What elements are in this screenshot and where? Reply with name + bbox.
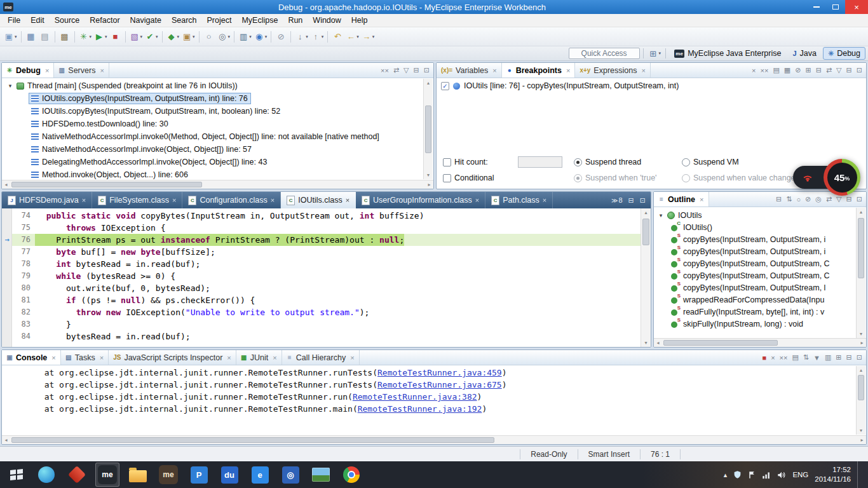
outline-tab-outline[interactable]: ≡Outline×: [654, 192, 709, 207]
editor-tab-filesystem-class[interactable]: CFileSystem.class×: [92, 192, 182, 208]
scroll-up-icon[interactable]: ▴: [641, 208, 651, 217]
annotation-gutter[interactable]: [2, 270, 12, 282]
open-perspective-icon[interactable]: ⊞▾: [647, 46, 663, 61]
search-icon[interactable]: ◎▾: [216, 29, 232, 44]
language-indicator[interactable]: ENG: [792, 471, 808, 478]
debug-icon[interactable]: ✳▾: [78, 29, 93, 44]
run-icon[interactable]: ▶▾: [93, 29, 109, 44]
expand-arrow-icon[interactable]: ▾: [7, 83, 13, 89]
annotation-gutter[interactable]: [2, 282, 12, 294]
menu-source[interactable]: Source: [50, 15, 85, 26]
print-icon[interactable]: ▤: [38, 29, 52, 44]
stack-frame[interactable]: IOUtils.copyBytes(InputStream, OutputStr…: [2, 105, 423, 118]
code-line-78[interactable]: 78 int bytesRead = in.read(buf);: [2, 258, 641, 270]
p-app-icon[interactable]: P: [187, 463, 211, 487]
outline-item[interactable]: SskipFully(InputStream, long) : void: [654, 318, 856, 330]
outline-item[interactable]: CIOUtils(): [654, 221, 856, 233]
sort-icon[interactable]: ⇅: [786, 195, 792, 203]
hide-static-members-icon[interactable]: ⊘: [805, 195, 811, 203]
scroll-left-icon[interactable]: ◂: [2, 180, 10, 189]
stack-frame[interactable]: NativeMethodAccessorImpl.invoke0(Method,…: [2, 130, 423, 143]
close-icon[interactable]: ×: [641, 67, 645, 74]
minimize-icon[interactable]: ⊟: [846, 353, 852, 362]
menu-refactor[interactable]: Refactor: [85, 15, 125, 26]
forward-icon[interactable]: →▾: [360, 29, 376, 44]
scroll-left-icon[interactable]: ◂: [654, 339, 662, 347]
menu-project[interactable]: Project: [202, 15, 237, 26]
editor-tab-path-class[interactable]: CPath.class×: [485, 192, 553, 208]
console-tab-tasks[interactable]: ▤Tasks×: [61, 350, 109, 365]
open-type-icon[interactable]: ○: [202, 29, 216, 44]
stack-frame[interactable]: DelegatingMethodAccessorImpl.invoke(Obje…: [2, 156, 423, 168]
expand-all-icon[interactable]: ⊞: [805, 66, 811, 74]
link-with-editor-icon[interactable]: ⇄: [826, 195, 832, 203]
browser-app-icon[interactable]: [34, 463, 58, 487]
back-icon[interactable]: ←▾: [344, 29, 360, 44]
scroll-thumb[interactable]: [11, 437, 494, 443]
conditional-checkbox[interactable]: [443, 174, 451, 182]
link-with-debug-icon[interactable]: ⇄: [826, 66, 832, 74]
remove-launch-icon[interactable]: ×: [771, 354, 775, 362]
annotation-gutter[interactable]: [2, 330, 12, 342]
close-icon[interactable]: ×: [543, 196, 546, 204]
expand-arrow-icon[interactable]: ▾: [658, 212, 664, 219]
stack-trace-link[interactable]: RemoteTestRunner.java:382: [353, 392, 477, 402]
blue-app-icon[interactable]: ◎: [278, 463, 302, 487]
view-menu-icon[interactable]: ▽: [836, 66, 841, 74]
scroll-right-icon[interactable]: ▸: [858, 339, 866, 347]
perspective-java[interactable]: JJava: [787, 47, 822, 60]
outline-item[interactable]: ScopyBytes(InputStream, OutputStream, l: [654, 281, 856, 294]
terminate-icon[interactable]: ■: [762, 354, 766, 362]
security-shield-icon[interactable]: [733, 470, 742, 479]
stack-frame[interactable]: HDFSDemo.testDownload() line: 30: [2, 118, 423, 130]
show-desktop-button[interactable]: [857, 461, 862, 488]
close-icon[interactable]: ×: [475, 196, 479, 204]
remove-terminated-icon[interactable]: ××: [381, 67, 389, 74]
thread-row[interactable]: ▾Thread [main] (Suspended (breakpoint at…: [2, 79, 423, 92]
scroll-up-icon[interactable]: ▴: [857, 208, 865, 216]
hide-non-public-icon[interactable]: ◎: [815, 195, 822, 203]
perspective-debug[interactable]: ✳Debug: [823, 47, 865, 60]
minimize-button[interactable]: [807, 0, 826, 14]
suspend-vm-radio[interactable]: [682, 158, 690, 166]
annotation-gutter[interactable]: [2, 210, 12, 222]
hit-count-input[interactable]: [518, 156, 562, 168]
outline-item[interactable]: SreadFully(InputStream, byte[], int, int…: [654, 306, 856, 318]
menu-run[interactable]: Run: [283, 15, 308, 26]
annotation-gutter[interactable]: [2, 306, 12, 318]
clock[interactable]: 17:52 2014/11/16: [815, 465, 851, 484]
maximize-icon[interactable]: ⊡: [857, 66, 862, 74]
skip-all-breakpoints-icon[interactable]: ⊘: [795, 66, 801, 74]
close-icon[interactable]: ×: [82, 196, 86, 204]
code-line-84[interactable]: 84 bytesRead = in.read(buf);: [2, 330, 641, 342]
close-icon[interactable]: ×: [566, 67, 570, 74]
console-tab-junit[interactable]: ▦JUnit×: [236, 350, 282, 365]
outline-hscroll[interactable]: ◂ ▸: [654, 338, 866, 347]
maximize-icon[interactable]: ⊡: [857, 353, 862, 362]
console-vscroll[interactable]: ▴ ▾: [856, 366, 865, 435]
file-explorer-icon[interactable]: [126, 463, 150, 487]
close-icon[interactable]: ×: [346, 196, 349, 204]
editor-vscroll[interactable]: ▴ ▾: [641, 208, 651, 347]
close-icon[interactable]: ×: [172, 196, 176, 204]
menu-search[interactable]: Search: [166, 15, 202, 26]
scroll-up-icon[interactable]: ▴: [857, 366, 865, 374]
display-selected-console-icon[interactable]: ▥: [825, 353, 831, 362]
hit-count-option[interactable]: Hit count:: [443, 158, 518, 166]
breakpoint-row[interactable]: ✓IOUtils [line: 76] - copyBytes(InputStr…: [441, 81, 862, 90]
code-line-77[interactable]: 77 byte buf[] = new byte[buffSize];: [2, 246, 641, 258]
scroll-thumb[interactable]: [11, 182, 202, 187]
new-wizard-icon[interactable]: ▣▾: [3, 29, 18, 44]
goto-file-icon[interactable]: ▦: [784, 66, 790, 74]
stop-icon[interactable]: ■: [109, 29, 123, 44]
console-tab-javascript-scripts-inspector[interactable]: JSJavaScript Scripts Inspector×: [109, 350, 236, 365]
breakpoint-checkbox[interactable]: ✓: [441, 82, 449, 90]
minimize-icon[interactable]: ⊟: [628, 196, 634, 205]
maximize-icon[interactable]: ⊡: [424, 66, 430, 74]
scroll-left-icon[interactable]: ◂: [2, 436, 10, 444]
scroll-down-icon[interactable]: ▾: [857, 426, 865, 435]
close-icon[interactable]: ×: [350, 354, 354, 362]
network-icon[interactable]: [762, 471, 771, 479]
conditional-option[interactable]: Conditional: [443, 173, 518, 182]
stack-frame[interactable]: NativeMethodAccessorImpl.invoke(Object, …: [2, 143, 423, 156]
